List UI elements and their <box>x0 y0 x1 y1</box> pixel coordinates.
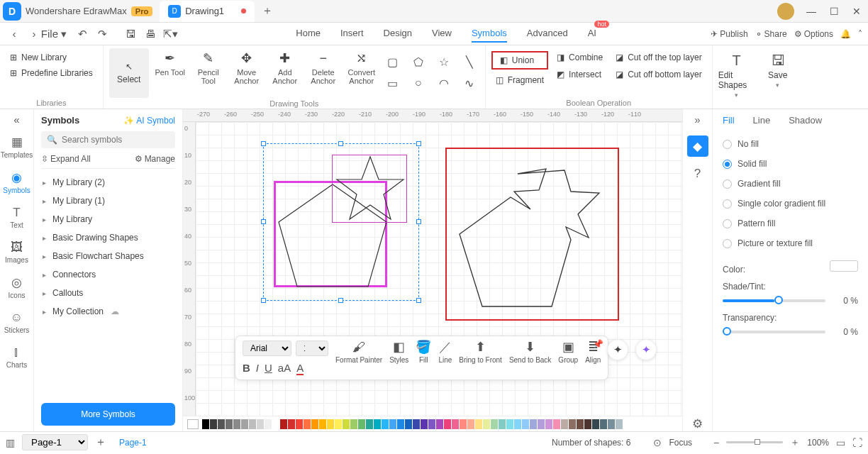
color-swatch[interactable] <box>210 419 217 429</box>
help-icon[interactable]: ? <box>694 167 701 181</box>
color-swatch[interactable] <box>358 419 365 429</box>
page-tab[interactable]: Page-1 <box>113 436 152 450</box>
color-swatch[interactable] <box>382 419 389 429</box>
rail-templates[interactable]: ▦Templates <box>0 133 33 161</box>
save-symbol-button[interactable]: 🖫Save▾ <box>760 48 796 89</box>
tab-insert[interactable]: Insert <box>340 25 364 43</box>
lib-item[interactable]: ▸Callouts <box>41 284 175 302</box>
cut-top-button[interactable]: ◪ Cut off the top layer <box>611 51 706 64</box>
color-swatch[interactable] <box>491 419 498 429</box>
export-icon[interactable]: ⇱▾ <box>162 26 179 43</box>
rail-icons[interactable]: ◎Icons <box>0 273 33 301</box>
color-swatch[interactable] <box>561 419 568 429</box>
bring-front-button[interactable]: ⬆Bring to Front <box>459 340 502 364</box>
maximize-button[interactable]: ☐ <box>823 0 845 23</box>
color-swatch[interactable] <box>319 419 326 429</box>
line-shape[interactable]: ╲ <box>460 52 479 71</box>
fullscreen-icon[interactable]: ⛶ <box>852 437 862 448</box>
color-swatch[interactable] <box>499 419 506 429</box>
color-swatch[interactable] <box>272 419 279 429</box>
color-swatch[interactable] <box>296 419 303 429</box>
tab-view[interactable]: View <box>432 25 452 43</box>
resize-handle[interactable] <box>416 298 421 303</box>
line-tab[interactable]: Line <box>753 115 771 126</box>
focus-icon[interactable]: ⊙ <box>653 437 662 448</box>
new-library-button[interactable]: ⊞ New Library <box>10 52 93 62</box>
color-swatch[interactable] <box>202 419 209 429</box>
expand-all-button[interactable]: ⇳ Expand All <box>41 154 91 164</box>
redo-button[interactable]: ↷ <box>94 26 111 43</box>
color-swatch[interactable] <box>452 419 459 429</box>
resize-handle[interactable] <box>416 219 421 224</box>
lib-item[interactable]: ▸My Library <box>41 210 175 228</box>
zoom-in-button[interactable]: ＋ <box>790 436 800 449</box>
resize-handle[interactable] <box>416 141 421 146</box>
search-input[interactable] <box>62 135 169 145</box>
pen-tool[interactable]: ✒Pen Tool <box>153 48 187 77</box>
union-button[interactable]: ◧ Union <box>491 51 548 70</box>
italic-button[interactable]: I <box>256 362 259 375</box>
tab-advanced[interactable]: Advanced <box>527 25 568 43</box>
color-swatch[interactable] <box>218 419 225 429</box>
resize-handle[interactable] <box>261 298 266 303</box>
color-swatch[interactable] <box>374 419 381 429</box>
color-swatch[interactable] <box>257 419 264 429</box>
styles-button[interactable]: ◧Styles <box>389 340 408 364</box>
pattern-radio[interactable]: Pattern fill <box>723 218 858 228</box>
combine-button[interactable]: ◨ Combine <box>552 51 607 64</box>
format-painter-button[interactable]: 🖌Format Painter <box>335 340 382 364</box>
circle-shape[interactable]: ○ <box>408 74 428 92</box>
color-swatch[interactable] <box>249 419 256 429</box>
forward-button[interactable]: › <box>26 26 43 43</box>
color-swatch[interactable] <box>506 419 513 429</box>
more-symbols-button[interactable]: More Symbols <box>41 403 175 426</box>
back-button[interactable]: ‹ <box>6 26 23 43</box>
pentagon-shape[interactable]: ⬠ <box>408 52 428 71</box>
convert-anchor-tool[interactable]: ⤭Convert Anchor <box>345 48 379 85</box>
color-swatch[interactable] <box>335 419 342 429</box>
color-swatch[interactable] <box>467 419 474 429</box>
lib-item[interactable]: ▸My Library (2) <box>41 173 175 192</box>
minimize-button[interactable]: — <box>800 0 823 23</box>
color-swatch[interactable] <box>608 419 615 429</box>
rail-images[interactable]: 🖼Images <box>0 238 33 266</box>
color-swatch[interactable] <box>475 419 482 429</box>
single-gradient-radio[interactable]: Single color gradient fill <box>723 199 858 209</box>
move-anchor-tool[interactable]: ✥Move Anchor <box>230 48 264 85</box>
ai-symbol-button[interactable]: ✨ AI Symbol <box>123 116 175 126</box>
focus-label[interactable]: Focus <box>669 438 692 448</box>
page-select[interactable]: Page-1 <box>22 434 88 450</box>
color-swatch[interactable] <box>366 419 373 429</box>
rail-stickers[interactable]: ☺Stickers <box>0 309 33 336</box>
document-tab[interactable]: D Drawing1 <box>160 1 255 22</box>
color-swatch[interactable] <box>436 419 443 429</box>
collapse-rail-icon[interactable]: « <box>13 114 19 126</box>
color-swatch[interactable] <box>577 419 584 429</box>
zoom-slider[interactable] <box>726 441 783 443</box>
font-select[interactable]: Arial <box>243 340 291 356</box>
rail-symbols[interactable]: ◉Symbols <box>0 168 33 196</box>
file-menu[interactable]: File ▾ <box>45 26 62 43</box>
color-swatch[interactable] <box>584 419 591 429</box>
rail-text[interactable]: TText <box>0 204 33 231</box>
fit-page-icon[interactable]: ▭ <box>836 437 845 448</box>
color-swatch[interactable] <box>530 419 537 429</box>
resize-handle[interactable] <box>338 298 343 303</box>
color-swatch[interactable] <box>483 419 490 429</box>
gradient-radio[interactable]: Gradient fill <box>723 179 858 189</box>
publish-button[interactable]: ✈ Publish <box>711 29 747 39</box>
collapse-ribbon-icon[interactable]: ˄ <box>858 29 862 39</box>
pencil-tool[interactable]: ✎Pencil Tool <box>191 48 226 85</box>
underline-button[interactable]: U <box>265 362 272 375</box>
select-tool[interactable]: ↖ Select <box>109 48 149 98</box>
color-swatch[interactable] <box>522 419 529 429</box>
lib-item[interactable]: ▸Basic Flowchart Shapes <box>41 247 175 265</box>
options-button[interactable]: ⚙ Options <box>794 29 833 39</box>
transparency-slider[interactable] <box>723 331 825 333</box>
roundrect-shape[interactable]: ▭ <box>383 74 403 92</box>
canvas[interactable]: 📌 Arial 12 B I U aA A <box>196 122 682 416</box>
color-swatch[interactable] <box>343 419 350 429</box>
expand-right-icon[interactable]: » <box>694 114 700 126</box>
color-swatch[interactable] <box>616 419 623 429</box>
color-swatch[interactable] <box>311 419 318 429</box>
